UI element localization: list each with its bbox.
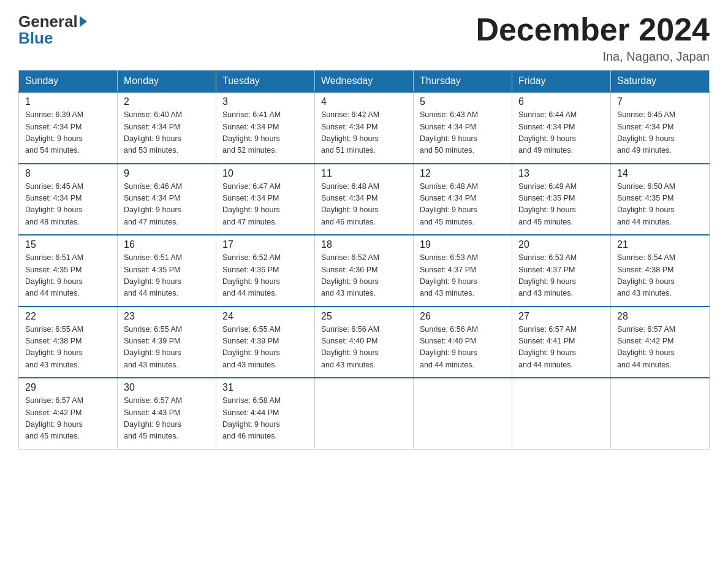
calendar-day-cell: 19 Sunrise: 6:53 AMSunset: 4:37 PMDaylig… [414,235,512,307]
calendar-day-cell: 29 Sunrise: 6:57 AMSunset: 4:42 PMDaylig… [19,378,118,449]
calendar-header-saturday: Saturday [611,71,710,93]
calendar-header-sunday: Sunday [19,71,118,93]
day-info: Sunrise: 6:55 AMSunset: 4:39 PMDaylight:… [222,325,281,369]
calendar-day-cell: 25 Sunrise: 6:56 AMSunset: 4:40 PMDaylig… [315,307,414,378]
calendar-day-cell: 13 Sunrise: 6:49 AMSunset: 4:35 PMDaylig… [512,164,611,236]
logo-arrow-icon [80,16,87,27]
day-info: Sunrise: 6:52 AMSunset: 4:36 PMDaylight:… [222,253,281,297]
calendar-subtitle: Ina, Nagano, Japan [476,50,710,64]
day-number: 20 [518,239,604,250]
day-info: Sunrise: 6:45 AMSunset: 4:34 PMDaylight:… [25,182,83,226]
page-header: General Blue December 2024 Ina, Nagano, … [18,12,710,64]
calendar-week-row: 29 Sunrise: 6:57 AMSunset: 4:42 PMDaylig… [19,378,710,449]
calendar-day-cell: 8 Sunrise: 6:45 AMSunset: 4:34 PMDayligh… [19,164,118,236]
day-info: Sunrise: 6:57 AMSunset: 4:43 PMDaylight:… [124,396,182,440]
day-info: Sunrise: 6:44 AMSunset: 4:34 PMDaylight:… [518,110,577,155]
day-number: 16 [124,239,210,250]
day-number: 7 [617,96,703,107]
day-number: 6 [518,96,604,107]
day-info: Sunrise: 6:53 AMSunset: 4:37 PMDaylight:… [420,253,478,297]
day-number: 5 [420,96,506,107]
calendar-header-row: SundayMondayTuesdayWednesdayThursdayFrid… [19,71,710,93]
day-info: Sunrise: 6:51 AMSunset: 4:35 PMDaylight:… [124,253,182,297]
calendar-day-cell: 26 Sunrise: 6:56 AMSunset: 4:40 PMDaylig… [414,307,512,378]
day-info: Sunrise: 6:54 AMSunset: 4:38 PMDaylight:… [617,253,675,297]
calendar-day-cell: 2 Sunrise: 6:40 AMSunset: 4:34 PMDayligh… [118,92,216,164]
day-info: Sunrise: 6:52 AMSunset: 4:36 PMDaylight:… [321,253,379,297]
day-info: Sunrise: 6:47 AMSunset: 4:34 PMDaylight:… [222,182,281,226]
calendar-week-row: 15 Sunrise: 6:51 AMSunset: 4:35 PMDaylig… [19,235,710,307]
day-info: Sunrise: 6:57 AMSunset: 4:41 PMDaylight:… [518,325,577,369]
title-block: December 2024 Ina, Nagano, Japan [476,12,710,64]
calendar-day-cell: 3 Sunrise: 6:41 AMSunset: 4:34 PMDayligh… [216,92,315,164]
day-info: Sunrise: 6:50 AMSunset: 4:35 PMDaylight:… [617,182,675,226]
day-number: 17 [222,239,308,250]
day-info: Sunrise: 6:40 AMSunset: 4:34 PMDaylight:… [124,110,182,155]
calendar-day-cell: 18 Sunrise: 6:52 AMSunset: 4:36 PMDaylig… [315,235,414,307]
calendar-day-cell: 17 Sunrise: 6:52 AMSunset: 4:36 PMDaylig… [216,235,315,307]
day-number: 29 [25,382,111,393]
calendar-day-cell: 24 Sunrise: 6:55 AMSunset: 4:39 PMDaylig… [216,307,315,378]
calendar-header-wednesday: Wednesday [315,71,414,93]
calendar-day-cell: 12 Sunrise: 6:48 AMSunset: 4:34 PMDaylig… [414,164,512,236]
day-info: Sunrise: 6:58 AMSunset: 4:44 PMDaylight:… [222,396,281,440]
day-info: Sunrise: 6:48 AMSunset: 4:34 PMDaylight:… [321,182,379,226]
day-info: Sunrise: 6:48 AMSunset: 4:34 PMDaylight:… [420,182,478,226]
calendar-day-cell: 28 Sunrise: 6:57 AMSunset: 4:42 PMDaylig… [611,307,710,378]
day-number: 15 [25,239,111,250]
day-number: 4 [321,96,407,107]
day-number: 19 [420,239,506,250]
day-number: 12 [420,168,506,179]
calendar-day-cell: 27 Sunrise: 6:57 AMSunset: 4:41 PMDaylig… [512,307,611,378]
day-number: 8 [25,168,111,179]
calendar-empty-cell [414,378,512,449]
day-info: Sunrise: 6:45 AMSunset: 4:34 PMDaylight:… [617,110,675,155]
calendar-day-cell: 6 Sunrise: 6:44 AMSunset: 4:34 PMDayligh… [512,92,611,164]
day-info: Sunrise: 6:46 AMSunset: 4:34 PMDaylight:… [124,182,182,226]
calendar-day-cell: 5 Sunrise: 6:43 AMSunset: 4:34 PMDayligh… [414,92,512,164]
calendar-day-cell: 15 Sunrise: 6:51 AMSunset: 4:35 PMDaylig… [19,235,118,307]
day-number: 24 [222,311,308,322]
day-number: 2 [124,96,210,107]
day-info: Sunrise: 6:55 AMSunset: 4:39 PMDaylight:… [124,325,182,369]
calendar-header-friday: Friday [512,71,611,93]
day-number: 26 [420,311,506,322]
calendar-empty-cell [315,378,414,449]
calendar-day-cell: 22 Sunrise: 6:55 AMSunset: 4:38 PMDaylig… [19,307,118,378]
calendar-day-cell: 30 Sunrise: 6:57 AMSunset: 4:43 PMDaylig… [118,378,216,449]
day-number: 14 [617,168,703,179]
calendar-day-cell: 1 Sunrise: 6:39 AMSunset: 4:34 PMDayligh… [19,92,118,164]
day-number: 21 [617,239,703,250]
calendar-day-cell: 16 Sunrise: 6:51 AMSunset: 4:35 PMDaylig… [118,235,216,307]
calendar-day-cell: 14 Sunrise: 6:50 AMSunset: 4:35 PMDaylig… [611,164,710,236]
day-info: Sunrise: 6:53 AMSunset: 4:37 PMDaylight:… [518,253,577,297]
calendar-day-cell: 9 Sunrise: 6:46 AMSunset: 4:34 PMDayligh… [118,164,216,236]
day-info: Sunrise: 6:39 AMSunset: 4:34 PMDaylight:… [25,110,83,155]
day-info: Sunrise: 6:51 AMSunset: 4:35 PMDaylight:… [25,253,83,297]
day-number: 25 [321,311,407,322]
day-number: 30 [124,382,210,393]
day-info: Sunrise: 6:57 AMSunset: 4:42 PMDaylight:… [617,325,675,369]
day-number: 22 [25,311,111,322]
calendar-day-cell: 31 Sunrise: 6:58 AMSunset: 4:44 PMDaylig… [216,378,315,449]
day-info: Sunrise: 6:55 AMSunset: 4:38 PMDaylight:… [25,325,83,369]
calendar-week-row: 22 Sunrise: 6:55 AMSunset: 4:38 PMDaylig… [19,307,710,378]
calendar-empty-cell [512,378,611,449]
day-info: Sunrise: 6:42 AMSunset: 4:34 PMDaylight:… [321,110,379,155]
calendar-day-cell: 11 Sunrise: 6:48 AMSunset: 4:34 PMDaylig… [315,164,414,236]
calendar-header-monday: Monday [118,71,216,93]
calendar-table: SundayMondayTuesdayWednesdayThursdayFrid… [18,70,710,450]
day-number: 18 [321,239,407,250]
day-info: Sunrise: 6:49 AMSunset: 4:35 PMDaylight:… [518,182,577,226]
day-number: 23 [124,311,210,322]
calendar-header-thursday: Thursday [414,71,512,93]
calendar-day-cell: 4 Sunrise: 6:42 AMSunset: 4:34 PMDayligh… [315,92,414,164]
calendar-day-cell: 20 Sunrise: 6:53 AMSunset: 4:37 PMDaylig… [512,235,611,307]
calendar-week-row: 8 Sunrise: 6:45 AMSunset: 4:34 PMDayligh… [19,164,710,236]
day-info: Sunrise: 6:41 AMSunset: 4:34 PMDaylight:… [222,110,281,155]
calendar-day-cell: 23 Sunrise: 6:55 AMSunset: 4:39 PMDaylig… [118,307,216,378]
day-number: 31 [222,382,308,393]
calendar-day-cell: 7 Sunrise: 6:45 AMSunset: 4:34 PMDayligh… [611,92,710,164]
day-number: 10 [222,168,308,179]
logo: General Blue [18,12,87,48]
